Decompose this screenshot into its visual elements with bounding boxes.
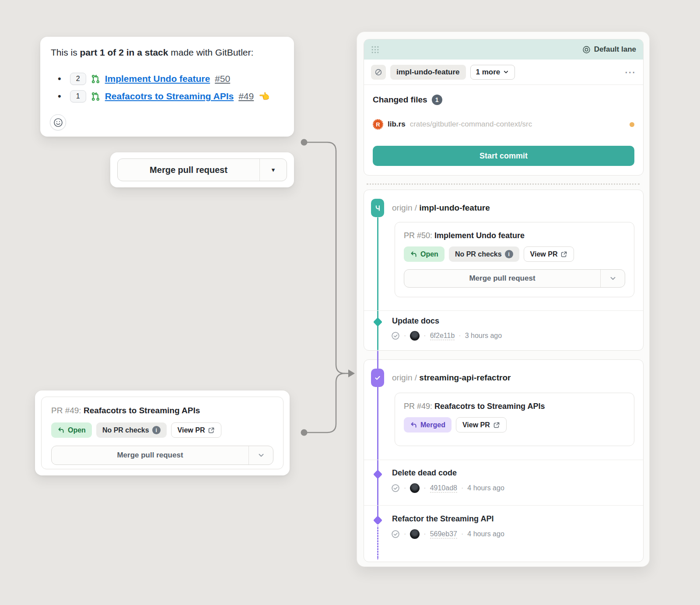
link-icon[interactable] (371, 65, 386, 80)
merge-options-caret-button[interactable]: ▾ (259, 159, 287, 181)
open-pr-arrow-icon (57, 426, 65, 434)
bullet-icon (58, 91, 65, 102)
pr-badges: Open No PR checks i View PR (51, 422, 273, 438)
info-icon: i (505, 250, 513, 258)
caret-down-icon: ▾ (272, 166, 275, 174)
pr-badges: Merged View PR (404, 417, 625, 433)
commit-dot (373, 470, 382, 479)
stack-pr-list: 2 Implement Undo feature #50 1 (58, 70, 270, 105)
branch-header[interactable]: origin / streaming-api-refactror (371, 369, 511, 387)
lane-header: Default lane (364, 39, 643, 60)
pr49-preview-card: PR #49: Reafacotrs to Streaming APIs Ope… (35, 390, 290, 475)
open-pr-arrow-icon (410, 250, 417, 258)
pull-request-icon (91, 74, 100, 84)
merge-options-chevron-button[interactable] (248, 446, 273, 464)
pr-title-line: PR #49: Reafacotrs to Streaming APIs (51, 406, 273, 415)
author-avatar (410, 331, 420, 341)
add-reaction-button[interactable] (50, 114, 66, 130)
file-path: crates/gitbutler-command-context/src (410, 120, 625, 129)
changed-files-title: Changed files 1 (373, 95, 442, 105)
merge-pull-request-button[interactable]: Merge pull request (118, 159, 259, 181)
chevron-down-icon (257, 451, 265, 459)
merge-split-button: Merge pull request ▾ (117, 158, 287, 181)
commit-time: 3 hours ago (465, 332, 502, 340)
commit-status-check-icon (391, 331, 400, 340)
more-branches-dropdown[interactable]: 1 more (470, 65, 515, 80)
lane-title: Default lane (582, 45, 636, 54)
pr49-inner-card: PR #49: Reafacotrs to Streaming APIs Ope… (41, 397, 284, 469)
merge-pull-request-button[interactable]: Merge pull request (52, 446, 248, 464)
smiley-icon (53, 118, 63, 127)
pr-number-link[interactable]: #50 (215, 74, 230, 84)
stack-pr-item-1: 2 Implement Undo feature #50 (58, 70, 270, 88)
rust-file-icon: R (373, 119, 383, 130)
changed-file-row[interactable]: R lib.rs crates/gitbutler-command-contex… (373, 116, 634, 132)
drag-handle-icon[interactable] (371, 46, 379, 54)
pr-link[interactable]: Reafacotrs to Streaming APIs (105, 91, 234, 102)
commit-title[interactable]: Refactor the Streaming API (392, 514, 494, 524)
modified-indicator-dot (630, 122, 634, 127)
info-icon: i (152, 426, 161, 434)
pr-badges: Open No PR checks i View PR (404, 246, 625, 262)
author-avatar (410, 483, 420, 493)
commit-hash-link[interactable]: 6f2e11b (430, 332, 455, 340)
pr-number-link[interactable]: #49 (238, 91, 254, 102)
timeline-line-teal (377, 217, 378, 350)
timeline-line-purple-dotted (377, 525, 378, 559)
chevron-down-icon (609, 274, 617, 282)
lane-card: Default lane impl-undo-feature 1 more ⋯ … (364, 39, 644, 176)
pr-checks-badge: No PR checks i (449, 246, 519, 262)
merge-button-card: Merge pull request ▾ (110, 152, 294, 187)
pointing-left-emoji: 👈 (259, 91, 270, 102)
target-icon (582, 46, 591, 54)
stack-note-text: This is part 1 of 2 in a stack made with… (51, 47, 284, 58)
commit-status-check-icon (391, 484, 400, 492)
merge-split-button: Merge pull request (51, 446, 273, 465)
branch-card-streaming-api-refactror: origin / streaming-api-refactror PR #49:… (364, 359, 644, 562)
dotted-separator (367, 183, 640, 185)
commit-time: 4 hours ago (467, 484, 504, 492)
row-divider (364, 460, 643, 460)
merge-options-chevron-button[interactable] (600, 270, 625, 287)
commit-dot (373, 516, 382, 525)
file-name: lib.rs (388, 120, 406, 129)
view-pr-button[interactable]: View PR (171, 422, 222, 438)
pr-status-badge-open: Open (51, 422, 92, 438)
pr-link[interactable]: Implement Undo feature (105, 74, 210, 84)
branch-name-pill[interactable]: impl-undo-feature (390, 65, 466, 80)
commit-meta: · · 4910ad8 · 4 hours ago (391, 483, 504, 493)
commit-title[interactable]: Delete dead code (392, 468, 457, 478)
row-divider (364, 310, 643, 311)
pr-box-50: PR #50: Implement Undo feature Open No P… (395, 222, 634, 297)
row-divider (364, 505, 643, 506)
pr-checks-badge: No PR checks i (96, 422, 167, 438)
canvas: This is part 1 of 2 in a stack made with… (0, 0, 700, 605)
pr-title-line: PR #49: Reafacotrs to Streaming APIs (404, 402, 625, 411)
changed-files-count-badge: 1 (432, 95, 442, 105)
stack-position-badge: 1 (70, 90, 86, 102)
stack-note-card: This is part 1 of 2 in a stack made with… (40, 37, 294, 137)
branch-icon (371, 199, 384, 217)
branch-row: impl-undo-feature 1 more ⋯ (364, 60, 643, 85)
view-pr-button[interactable]: View PR (456, 417, 507, 433)
lane-panel: Default lane impl-undo-feature 1 more ⋯ … (357, 32, 650, 567)
commit-time: 4 hours ago (467, 530, 504, 538)
commit-hash-link[interactable]: 4910ad8 (430, 484, 457, 492)
branch-header[interactable]: origin / impl-undo-feature (371, 199, 490, 217)
branch-card-impl-undo-feature: origin / impl-undo-feature PR #50: Imple… (364, 190, 644, 351)
start-commit-button[interactable]: Start commit (373, 146, 634, 166)
commit-title[interactable]: Update docs (392, 317, 439, 326)
external-link-icon (560, 251, 567, 258)
bullet-icon (58, 73, 65, 84)
external-link-icon (493, 422, 500, 429)
pr-title-line: PR #50: Implement Undo feature (404, 231, 625, 240)
merge-pull-request-button[interactable]: Merge pull request (404, 270, 600, 287)
view-pr-button[interactable]: View PR (524, 246, 574, 262)
commit-meta: · · 6f2e11b · 3 hours ago (391, 331, 502, 341)
commit-hash-link[interactable]: 569eb37 (430, 530, 457, 538)
pull-request-icon (91, 92, 100, 101)
stack-position-badge: 2 (70, 73, 86, 85)
commit-status-check-icon (391, 530, 400, 538)
pr-status-badge-open: Open (404, 246, 444, 262)
merge-split-button: Merge pull request (404, 269, 625, 288)
